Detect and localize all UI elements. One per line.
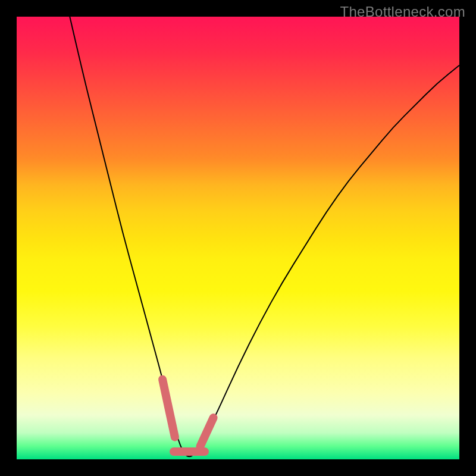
curve-path: [70, 17, 459, 456]
watermark-label: TheBottleneck.com: [340, 4, 465, 20]
chart-outer-frame: TheBottleneck.com: [0, 0, 476, 476]
bottleneck-curve: [17, 17, 459, 459]
plot-area: [17, 17, 459, 459]
